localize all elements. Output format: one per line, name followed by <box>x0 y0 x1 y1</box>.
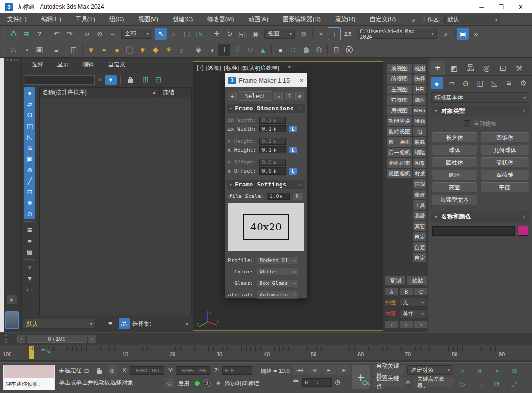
next-frame-button[interactable]: › <box>88 335 96 343</box>
name-column-header[interactable]: 名称(按升序排序) ▲ <box>40 88 160 97</box>
zoom-extents-icon[interactable]: ⌖ <box>491 365 503 377</box>
quad-button[interactable]: 清理 <box>413 179 426 189</box>
set-key-button[interactable]: 设置关键点 <box>373 378 404 387</box>
helpers-category-icon[interactable]: ◺ <box>489 77 500 89</box>
autogrid-checkbox[interactable] <box>464 120 470 127</box>
fire-effect-icon[interactable]: ▲ <box>257 44 269 56</box>
pivot-center-icon[interactable]: ⊕ <box>298 28 310 40</box>
object-button[interactable]: 四棱锥 <box>481 170 529 180</box>
filter-helpers-icon[interactable]: ◺ <box>24 131 35 142</box>
snap-angle-icon[interactable]: 2.5 <box>342 28 354 40</box>
menu-item[interactable]: 修改器(M) <box>200 15 241 23</box>
nav-button[interactable]: < <box>385 321 398 328</box>
viewport-layout-tab[interactable] <box>5 311 19 329</box>
frame-counter[interactable]: 0 / 100 <box>27 335 87 343</box>
internal-dropdown[interactable]: 英寸 <box>400 309 427 318</box>
select-by-name-icon[interactable]: ≡ <box>168 28 180 40</box>
layers-icon[interactable]: ≣ <box>105 318 116 329</box>
spinner-field[interactable]: 0.1 <box>259 146 286 153</box>
filter-bones-icon[interactable]: ╱ <box>24 175 35 186</box>
mesh-light-icon[interactable]: ◯ <box>124 44 136 56</box>
quad-button[interactable]: 堆栈 <box>413 116 426 126</box>
time-configuration-icon[interactable]: ◷ <box>335 378 340 386</box>
primitive-category-dropdown[interactable]: 标准基本体 <box>431 92 529 103</box>
disc-light-icon[interactable]: ▼ <box>137 44 149 56</box>
maxscript-mini-listener[interactable]: 脚本迷你侦听: <box>3 365 55 390</box>
freeze-column-header[interactable]: 冻结 <box>160 88 191 97</box>
dropdown-select[interactable]: Automatic <box>257 291 299 299</box>
dropdown-select[interactable]: Modern 01 <box>257 256 299 264</box>
frame-range-icon[interactable]: ▭ <box>24 284 35 295</box>
filter-xrefs-icon[interactable]: ⊛ <box>24 164 35 175</box>
material-editor-icon[interactable]: ● <box>274 44 286 56</box>
quad-button[interactable]: 后一相机 <box>387 148 412 157</box>
explorer-tab[interactable]: 选择 <box>25 61 50 69</box>
render-iterative-icon[interactable]: ◔ <box>21 44 33 56</box>
spacewarps-category-icon[interactable]: ≋ <box>503 77 515 89</box>
spinner-field[interactable]: 0.0 <box>259 159 286 166</box>
select-button[interactable]: Select <box>239 91 272 101</box>
detail-view-icon[interactable]: ▤ <box>24 246 35 257</box>
dropdown-select[interactable]: White <box>257 268 299 276</box>
explorer-tab[interactable]: 自定义 <box>101 61 132 69</box>
quad-button[interactable]: HFI <box>413 85 426 94</box>
camera-rig-icon[interactable]: ⊥ <box>218 44 230 56</box>
filter-shapes-icon[interactable]: ▱ <box>24 98 35 109</box>
redo-icon[interactable]: ↷ <box>64 28 76 40</box>
pan-icon[interactable]: ⇔ <box>474 378 486 391</box>
previous-frame-button[interactable]: ‹ <box>17 335 25 343</box>
menu-item[interactable]: 视图(V) <box>131 15 165 23</box>
quad-button[interactable]: 装载 <box>413 137 426 147</box>
tree-collapse-icon[interactable]: ⊟ <box>152 74 164 86</box>
quad-button[interactable]: 修改 <box>413 190 426 199</box>
menu-item[interactable]: 工具(T) <box>68 15 102 23</box>
list-view-icon[interactable]: ≣ <box>24 224 35 235</box>
menu-item[interactable]: 文件(F) <box>0 15 34 23</box>
filter-visibility-icon[interactable]: ⊙ <box>24 208 35 219</box>
spinner-field[interactable]: 0.1 <box>259 117 286 124</box>
object-button[interactable]: 茶壶 <box>432 182 477 192</box>
menu-item[interactable]: 创建(C) <box>165 15 200 23</box>
y-coordinate-field[interactable]: -6905.796 <box>176 366 210 375</box>
autosave-icon[interactable]: ▣ <box>457 28 469 40</box>
quad-button[interactable]: 其它 <box>413 221 426 231</box>
filter-particles-icon[interactable]: ❄ <box>24 197 35 208</box>
mini-curve-editor-icon[interactable]: ≣∿ <box>39 348 52 355</box>
spinner-field[interactable]: 0.1 <box>259 125 286 132</box>
maximize-button[interactable]: ☐ <box>498 3 504 11</box>
quad-button[interactable]: 相机列表 <box>387 158 412 168</box>
zoom-extents-all-icon[interactable]: ⊕ <box>508 365 521 377</box>
cameras-category-icon[interactable]: ◫ <box>474 77 486 89</box>
copy-button[interactable]: 复制 <box>385 276 405 285</box>
hierarchy-icon[interactable]: 品 <box>119 318 130 329</box>
minimize-button[interactable]: ─ <box>479 3 484 11</box>
scale-icon[interactable]: ◱ <box>237 28 249 40</box>
add-button[interactable]: + <box>228 92 237 100</box>
time-slider-handle[interactable]: 0 <box>29 346 34 359</box>
reset-button[interactable]: R <box>293 193 302 200</box>
thumbnail-view-icon[interactable]: ■ <box>24 235 35 246</box>
selected-object-dropdown[interactable]: 选定对象 <box>407 365 453 375</box>
scene-object-list[interactable] <box>39 97 192 315</box>
shapes-category-icon[interactable]: ▱ <box>445 77 457 89</box>
workspace-dropdown[interactable]: 默认 <box>444 15 500 24</box>
footer-overflow-icon[interactable]: » <box>185 320 190 327</box>
quad-button[interactable]: 组 <box>413 127 426 136</box>
shield-icon[interactable]: ◇ <box>165 378 174 388</box>
menu-item[interactable]: 自定义(U) <box>362 15 403 23</box>
play-icon[interactable]: ▶ <box>322 365 336 375</box>
object-button[interactable]: 加强型文本 <box>432 195 477 205</box>
selection-lock-icon[interactable] <box>94 365 104 376</box>
link-button[interactable]: L <box>289 126 297 132</box>
project-folder-dropdown[interactable]: C:\Users\Ad⋯ds Max 2024 <box>357 29 437 39</box>
toolbar-overflow-icon[interactable]: » <box>440 28 452 40</box>
zoom-icon[interactable]: ⌕ <box>456 365 469 377</box>
viewport-menu-label[interactable]: [+] <box>197 64 204 72</box>
quad-button[interactable]: 属性 <box>413 95 426 105</box>
auto-key-button[interactable]: 自动关键点 <box>373 365 404 375</box>
menu-item[interactable]: 渲染(R) <box>328 15 362 23</box>
sphere-light-icon[interactable]: ● <box>111 44 123 56</box>
object-button[interactable]: 圆柱体 <box>432 157 477 167</box>
light-grid-icon[interactable]: ⠿ <box>231 44 243 56</box>
viewport-standard-label[interactable]: [标准] <box>224 64 239 72</box>
